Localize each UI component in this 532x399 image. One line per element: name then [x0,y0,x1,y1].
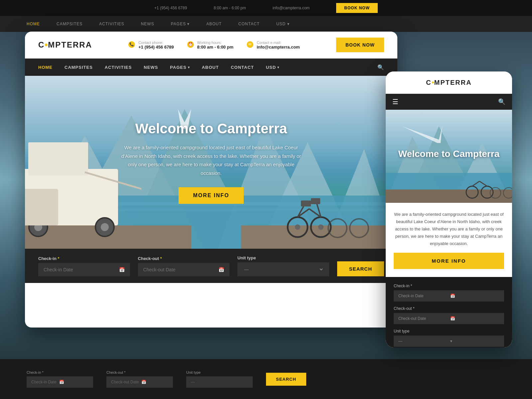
checkout-field: Check-out * 📅 [138,256,230,276]
mobile-checkin-text: Check-in Date [398,294,448,298]
desktop-nav: HOME CAMPSITES ACTIVITIES NEWS PAGES ▾ A… [25,59,397,76]
email-info: ✉ Contact e-mail: info@campterra.com [247,41,300,50]
phone-icon: 📞 [128,41,135,48]
nav-pages[interactable]: PAGES ▾ [170,65,190,70]
unit-type-select[interactable]: — [243,266,324,272]
bg-nav-activities: ACTIVITIES [99,22,124,26]
mobile-search-icon[interactable]: 🔍 [498,98,505,105]
mobile-card: CMPTERRA ☰ 🔍 [386,71,512,347]
unit-type-label: Unit type [237,255,329,260]
mobile-unit-input[interactable]: — ▾ [394,335,504,347]
bg-checkout-input: Check-out Date 📅 [106,376,173,388]
mobile-desc: We are a family-oriented campground loca… [394,211,504,247]
checkin-input[interactable] [44,267,116,272]
phone-label: Contact phone: [138,41,174,45]
mobile-unit-dropdown-icon: ▾ [450,339,499,343]
nav-campsites[interactable]: CAMPSITES [65,65,93,70]
checkout-calendar-icon: 📅 [218,267,224,272]
nav-activities[interactable]: ACTIVITIES [105,65,132,70]
bg-nav-home: HOME [27,22,40,26]
bg-phone: +1 (954) 456 6789 [154,6,187,10]
email-icon: ✉ [247,41,253,48]
book-now-button[interactable]: BOOK NOW [336,38,384,52]
bg-email: info@campterra.com [273,6,310,10]
checkin-field: Check-in * 📅 [38,256,130,276]
phone-value: +1 (954) 456 6789 [138,45,174,50]
mobile-content: We are a family-oriented campground loca… [386,203,512,277]
hours-info: ⏰ Working hours: 8:00 am - 6:00 pm [187,41,233,50]
page-bottom-bar: Check-in * Check-in Date 📅 Check-out * C… [0,359,532,399]
bg-unit-input: — [186,376,253,388]
nav-news[interactable]: NEWS [144,65,158,70]
mobile-unit-field: Unit type — ▾ [394,329,504,347]
mobile-booking: Check-in * Check-in Date 📅 Check-out * C… [386,277,512,347]
checkin-label: Check-in * [38,256,130,261]
bg-nav-campsites: CAMPSITES [57,22,82,26]
email-value: info@campterra.com [257,45,300,50]
bg-unit-field: Unit type — [186,370,253,388]
bg-checkin-input: Check-in Date 📅 [27,376,93,388]
mobile-hero: Welcome to Campterra [386,110,512,203]
checkin-input-wrap[interactable]: 📅 [38,263,130,276]
bg-nav-contact: CONTACT [238,22,260,26]
bg-checkout-label: Check-out * [106,370,173,374]
bg-nav-about: ABOUT [206,22,222,26]
mobile-checkout-input[interactable]: Check-out Date 📅 [394,313,504,324]
mobile-header: CMPTERRA [386,71,512,94]
checkout-input[interactable] [143,267,215,272]
mobile-checkin-field: Check-in * Check-in Date 📅 [394,284,504,302]
search-button[interactable]: SEARCH [337,261,384,276]
hero-content: Welcome to Campterra We are a family-ori… [25,76,397,249]
hours-value: 8:00 am - 6:00 pm [197,45,233,50]
mobile-more-info-button[interactable]: MORE INFO [394,253,504,269]
nav-usd[interactable]: USD ▾ [266,65,279,70]
desktop-card: CMPTERRA 📞 Contact phone: +1 (954) 456 6… [25,32,397,328]
nav-search-icon[interactable]: 🔍 [377,64,384,70]
mobile-logo-dot [432,81,434,83]
mobile-checkout-text: Check-out Date [398,316,448,321]
booking-bar: Check-in * 📅 Check-out * 📅 Unit type — [25,249,397,283]
email-label: Contact e-mail: [257,41,300,45]
mobile-unit-text: — [398,339,448,343]
nav-contact[interactable]: CONTACT [231,65,254,70]
clock-icon: ⏰ [187,41,194,48]
hero-description: We are a family-oriented campground loca… [120,143,303,177]
unit-type-input-wrap[interactable]: — [237,262,329,276]
mobile-checkin-input[interactable]: Check-in Date 📅 [394,290,504,302]
bg-search-btn: SEARCH [266,373,306,386]
bg-checkout-field: Check-out * Check-out Date 📅 [106,370,173,388]
bg-unit-label: Unit type [186,370,253,374]
logo-dot [45,44,48,46]
mobile-checkout-label: Check-out * [394,306,504,311]
hero-section: Welcome to Campterra We are a family-ori… [25,76,397,249]
bg-checkout-text: Check-out Date [111,380,139,384]
more-info-button[interactable]: MORE INFO [179,187,244,204]
mobile-checkin-label: Check-in * [394,284,504,288]
page-top-bar: +1 (954) 456 6789 8:00 am - 6:00 pm info… [0,0,532,16]
bg-hours: 8:00 am - 6:00 pm [213,6,246,10]
nav-about[interactable]: ABOUT [202,65,219,70]
bg-nav-usd: USD ▾ [276,22,290,26]
mobile-logo: CMPTERRA [394,79,504,86]
desktop-header: CMPTERRA 📞 Contact phone: +1 (954) 456 6… [25,32,397,59]
checkout-input-wrap[interactable]: 📅 [138,263,230,276]
phone-info: 📞 Contact phone: +1 (954) 456 6789 [128,41,174,50]
pages-arrow: ▾ [188,66,190,69]
usd-arrow: ▾ [277,66,279,69]
nav-home[interactable]: HOME [38,65,53,70]
mobile-nav: ☰ 🔍 [386,94,512,110]
mobile-checkout-field: Check-out * Check-out Date 📅 [394,306,504,324]
bg-nav-pages: PAGES ▾ [171,22,190,26]
unit-type-field: Unit type — [237,255,329,276]
checkin-calendar-icon: 📅 [119,267,125,272]
checkin-required: * [57,256,60,261]
bg-cal-icon: 📅 [59,380,64,384]
mobile-menu-icon[interactable]: ☰ [392,98,398,106]
email-text-block: Contact e-mail: info@campterra.com [257,41,300,50]
bg-book-btn[interactable]: BOOK NOW [336,3,378,13]
hours-text-block: Working hours: 8:00 am - 6:00 pm [197,41,233,50]
checkout-required: * [159,256,162,261]
page-nav-bar: HOME CAMPSITES ACTIVITIES NEWS PAGES ▾ A… [0,16,532,32]
desktop-logo: CMPTERRA [38,40,92,50]
mobile-hero-title: Welcome to Campterra [398,148,499,160]
